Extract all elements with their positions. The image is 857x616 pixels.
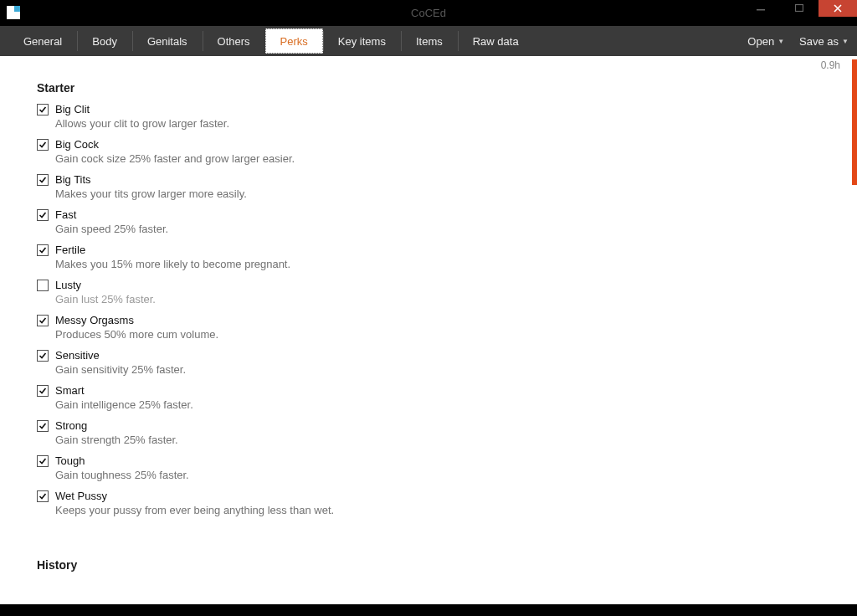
perk-name: Lusty — [55, 279, 81, 291]
perk-name: Big Tits — [55, 173, 91, 186]
perk-checkbox[interactable] — [37, 174, 49, 186]
perk-name: Smart — [55, 384, 85, 397]
perk-head: Smart — [37, 384, 840, 397]
tab-body[interactable]: Body — [77, 26, 132, 56]
save-as-label: Save as — [799, 35, 839, 48]
perk-head: Big Cock — [37, 138, 840, 151]
tab-label: General — [23, 35, 62, 48]
perk-description: Gain strength 25% faster. — [55, 434, 840, 446]
section-title: Starter — [37, 81, 840, 95]
perk-head: Big Clit — [37, 103, 840, 116]
perk-item: SmartGain intelligence 25% faster. — [37, 384, 840, 411]
save-as-menu[interactable]: Save as ▼ — [799, 35, 849, 48]
chevron-down-icon: ▼ — [842, 38, 849, 45]
tab-label: Perks — [280, 35, 308, 48]
perk-checkbox[interactable] — [37, 139, 49, 151]
window-title: CoCEd — [411, 7, 446, 19]
perk-item: Wet PussyKeeps your pussy from ever bein… — [37, 490, 840, 516]
perk-checkbox[interactable] — [37, 104, 49, 116]
perk-head: Big Tits — [37, 173, 840, 186]
bottom-frame — [0, 604, 857, 616]
tab-others[interactable]: Others — [203, 26, 265, 56]
perk-name: Fast — [55, 208, 76, 221]
titlebar[interactable]: CoCEd — [0, 0, 857, 25]
tab-strip: GeneralBodyGenitalsOthersPerksKey itemsI… — [8, 26, 534, 56]
tab-label: Items — [416, 35, 443, 48]
tab-label: Body — [92, 35, 117, 48]
perk-head: Fertile — [37, 244, 840, 256]
perk-description: Keeps your pussy from ever being anythin… — [55, 504, 840, 516]
open-label: Open — [747, 35, 774, 48]
perk-name: Sensitive — [55, 349, 100, 362]
tab-label: Others — [218, 35, 250, 48]
app-icon — [7, 6, 20, 19]
perk-checkbox[interactable] — [37, 455, 49, 467]
perk-checkbox[interactable] — [37, 385, 49, 397]
scrollbar-thumb[interactable] — [852, 59, 857, 185]
window-controls — [742, 0, 857, 17]
perk-name: Tough — [55, 454, 85, 467]
perk-item: Big ClitAllows your clit to grow larger … — [37, 103, 840, 130]
perk-checkbox[interactable] — [37, 420, 49, 432]
perk-description: Gain sensitivity 25% faster. — [55, 363, 840, 376]
perk-name: Fertile — [55, 244, 85, 256]
perk-description: Gain cock size 25% faster and grow large… — [55, 152, 840, 165]
perk-checkbox[interactable] — [37, 315, 49, 326]
tab-perks[interactable]: Perks — [265, 28, 323, 54]
tab-label: Raw data — [473, 35, 519, 48]
open-menu[interactable]: Open ▼ — [747, 35, 784, 48]
svg-rect-1 — [796, 5, 803, 12]
minimize-button[interactable] — [742, 0, 780, 17]
tab-general[interactable]: General — [8, 26, 77, 56]
toolbar-actions: Open ▼ Save as ▼ — [747, 26, 857, 56]
perk-item: ToughGain toughness 25% faster. — [37, 454, 840, 481]
tab-label: Genitals — [147, 35, 187, 48]
version-label: 0.9h — [821, 59, 840, 71]
perk-head: Lusty — [37, 279, 840, 291]
tab-genitals[interactable]: Genitals — [132, 26, 203, 56]
perk-description: Makes your tits grow larger more easily. — [55, 187, 840, 200]
perk-name: Strong — [55, 419, 87, 432]
perks-panel: StarterBig ClitAllows your clit to grow … — [0, 56, 857, 604]
perk-description: Makes you 15% more likely to become preg… — [55, 258, 840, 270]
perk-checkbox[interactable] — [37, 490, 49, 502]
maximize-button[interactable] — [780, 0, 819, 17]
perk-head: Sensitive — [37, 349, 840, 362]
perk-item: Big CockGain cock size 25% faster and gr… — [37, 138, 840, 165]
perk-item: SensitiveGain sensitivity 25% faster. — [37, 349, 840, 376]
content-area: 0.9h StarterBig ClitAllows your clit to … — [0, 56, 857, 604]
perk-checkbox[interactable] — [37, 280, 49, 291]
perk-description: Gain toughness 25% faster. — [55, 469, 840, 481]
tab-items[interactable]: Items — [401, 26, 458, 56]
perk-checkbox[interactable] — [37, 350, 49, 362]
tab-key-items[interactable]: Key items — [323, 26, 401, 56]
perk-name: Messy Orgasms — [55, 314, 134, 326]
app-window: CoCEd GeneralBodyGenitalsOthersPerksKey … — [0, 0, 857, 616]
perk-description: Gain intelligence 25% faster. — [55, 398, 840, 411]
perk-head: Tough — [37, 454, 840, 467]
chevron-down-icon: ▼ — [777, 38, 784, 45]
close-button[interactable] — [819, 0, 857, 17]
perk-head: Fast — [37, 208, 840, 221]
perk-checkbox[interactable] — [37, 209, 49, 221]
perk-name: Big Clit — [55, 103, 90, 116]
perk-item: StrongGain strength 25% faster. — [37, 419, 840, 446]
main-toolbar: GeneralBodyGenitalsOthersPerksKey itemsI… — [0, 25, 857, 56]
tab-label: Key items — [338, 35, 386, 48]
tab-raw-data[interactable]: Raw data — [458, 26, 534, 56]
perk-item: FastGain speed 25% faster. — [37, 208, 840, 235]
perk-head: Strong — [37, 419, 840, 432]
svg-rect-0 — [757, 9, 765, 11]
perk-description: Produces 50% more cum volume. — [55, 328, 840, 341]
perk-name: Wet Pussy — [55, 490, 107, 502]
perk-description: Allows your clit to grow larger faster. — [55, 117, 840, 130]
perk-head: Wet Pussy — [37, 490, 840, 502]
perk-description: Gain lust 25% faster. — [55, 293, 840, 305]
perk-checkbox[interactable] — [37, 244, 49, 256]
perk-item: FertileMakes you 15% more likely to beco… — [37, 244, 840, 270]
perk-item: Big TitsMakes your tits grow larger more… — [37, 173, 840, 200]
section-title: History — [37, 558, 840, 572]
perk-name: Big Cock — [55, 138, 99, 151]
perk-head: Messy Orgasms — [37, 314, 840, 326]
perk-item: Messy OrgasmsProduces 50% more cum volum… — [37, 314, 840, 341]
